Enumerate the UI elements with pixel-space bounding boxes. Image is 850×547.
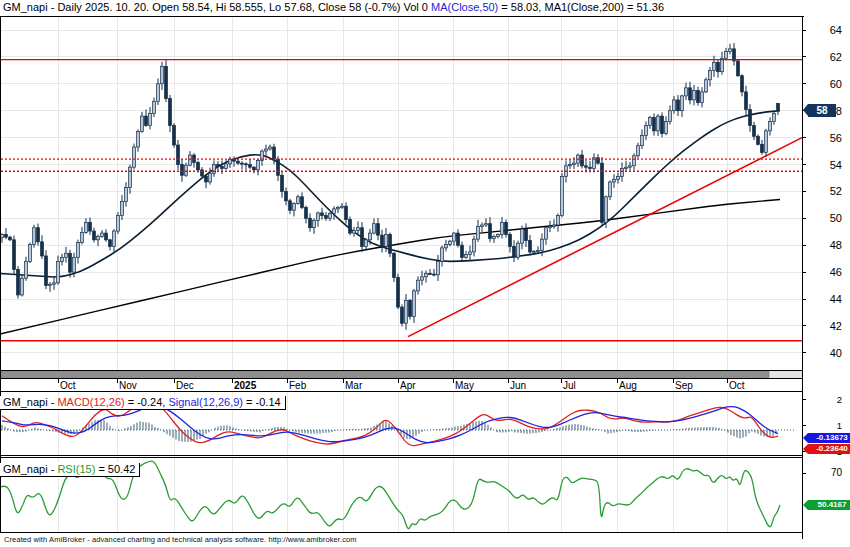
chart-scrollbar-thumb[interactable]: [1, 372, 769, 378]
macd-title-signal: Signal(12,26,9): [168, 396, 243, 408]
price-axis-label: 56: [806, 132, 842, 144]
amibroker-credit: Created with AmiBroker - advanced charti…: [4, 535, 357, 544]
price-axis-label: 52: [806, 185, 842, 197]
date-axis-label: Jul: [563, 380, 576, 391]
macd-title-val: = -0.24,: [125, 396, 169, 408]
price-axis-label: 64: [806, 24, 842, 36]
trendline: [408, 138, 802, 337]
date-axis-label: Sep: [675, 380, 693, 391]
price-title-ma50: MA(Close,50): [431, 1, 498, 13]
date-axis-label: Apr: [400, 380, 416, 391]
date-axis-label: 2025: [234, 380, 256, 391]
flag-arrow: [803, 500, 808, 510]
flag-arrow: [803, 444, 808, 454]
rsi-title-val: = 50.42: [95, 463, 135, 475]
rsi-value-flag: 50.4167: [808, 500, 850, 510]
macd-title-sigval: = -0.14: [243, 396, 281, 408]
macd-value-flag: -0.13673: [808, 433, 850, 443]
date-axis-label: May: [455, 380, 474, 391]
rsi-axis-label: 70: [806, 467, 842, 478]
date-axis-label: Oct: [729, 380, 745, 391]
amibroker-window: GM_napi - Daily 2025. 10. 20. Open 58.54…: [0, 0, 850, 547]
rsi-pane-title: GM_napi - RSI(15) = 50.42: [0, 459, 140, 477]
price-axis-label: 62: [806, 51, 842, 63]
price-last-value-flag: 58: [808, 104, 836, 117]
price-axis-label: 44: [806, 293, 842, 305]
date-axis-label: Mar: [345, 380, 362, 391]
date-axis-label: Feb: [289, 380, 306, 391]
flag-arrow: [803, 433, 808, 443]
price-pane-title: GM_napi - Daily 2025. 10. 20. Open 58.54…: [0, 0, 804, 17]
rsi-title-rsi: RSI(15): [57, 463, 95, 475]
price-axis-label: 60: [806, 78, 842, 90]
date-axis-label: Jun: [510, 380, 526, 391]
macd-title-macd: MACD(12,26): [57, 396, 124, 408]
rsi-title-symbol: GM_napi -: [3, 463, 57, 475]
price-axis-label: 54: [806, 159, 842, 171]
macd-title-symbol: GM_napi -: [3, 396, 57, 408]
date-axis-label: Aug: [619, 380, 637, 391]
price-title-text2: = 58.03, MA1(Close,200) = 51.36: [498, 1, 664, 13]
price-axis-label: 42: [806, 320, 842, 332]
macd-value-flag: -0.23640: [808, 444, 850, 454]
date-axis-label: Nov: [119, 380, 137, 391]
flag-arrow: [803, 104, 808, 116]
price-axis-label: 46: [806, 266, 842, 278]
date-axis-label: Dec: [176, 380, 194, 391]
signal-line: [2, 406, 778, 443]
macd-axis-label: 1: [806, 420, 842, 431]
macd-pane-title: GM_napi - MACD(12,26) = -0.24, Signal(12…: [0, 392, 286, 410]
price-title-text: GM_napi - Daily 2025. 10. 20. Open 58.54…: [3, 1, 431, 13]
date-axis-label: Oct: [60, 380, 76, 391]
price-axis-label: 50: [806, 212, 842, 224]
price-axis-label: 40: [806, 347, 842, 359]
macd-axis-label: 2: [806, 394, 842, 405]
price-axis-label: 48: [806, 239, 842, 251]
